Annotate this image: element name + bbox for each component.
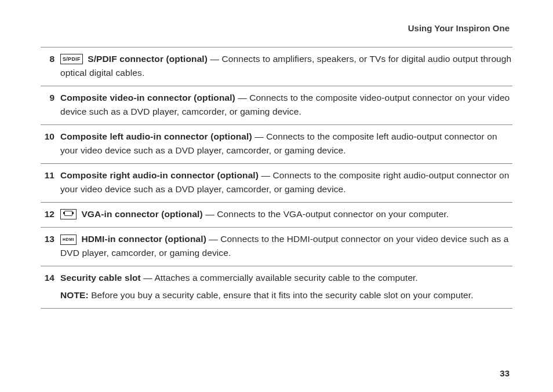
note-text: Before you buy a security cable, ensure … — [89, 290, 474, 300]
item-note: NOTE: Before you buy a security cable, e… — [60, 288, 512, 302]
item-content: Composite left audio-in connector (optio… — [60, 130, 512, 157]
item-content: VGA-in connector (optional) — Connects t… — [60, 207, 512, 221]
item-title: Composite right audio-in connector (opti… — [60, 170, 259, 180]
item-title: VGA-in connector (optional) — [81, 209, 202, 219]
item-content: Composite right audio-in connector (opti… — [60, 168, 512, 196]
page-header: Using Your Inspiron One — [41, 23, 512, 33]
list-item: 8 S/PDIF S/PDIF connector (optional) — C… — [41, 47, 512, 86]
item-number: 13 — [41, 232, 60, 246]
item-number: 14 — [41, 271, 60, 285]
list-item: 10 Composite left audio-in connector (op… — [41, 124, 512, 163]
note-label: NOTE: — [60, 290, 89, 300]
list-item: 12 VGA-in connector (optional) — Connect… — [41, 202, 512, 227]
spdif-icon: S/PDIF — [60, 54, 83, 64]
item-number: 9 — [41, 91, 60, 105]
item-title: Composite left audio-in connector (optio… — [60, 131, 252, 141]
item-title: Composite video-in connector (optional) — [60, 93, 235, 102]
item-description: — Attaches a commercially available secu… — [141, 273, 418, 283]
list-item: 9 Composite video-in connector (optional… — [41, 86, 512, 124]
item-content: S/PDIF S/PDIF connector (optional) — Con… — [60, 52, 512, 80]
hdmi-icon: HDMI — [60, 235, 77, 245]
list-item: 11 Composite right audio-in connector (o… — [41, 163, 512, 202]
item-number: 11 — [41, 168, 60, 182]
item-description: — Connects to the VGA-output connector o… — [203, 209, 449, 219]
item-title: Security cable slot — [60, 273, 141, 283]
item-number: 12 — [41, 207, 60, 221]
item-title: S/PDIF connector (optional) — [88, 54, 208, 64]
item-content: Security cable slot — Attaches a commerc… — [60, 271, 512, 302]
item-content: Composite video-in connector (optional) … — [60, 91, 512, 119]
page-number: 33 — [500, 368, 510, 378]
item-content: HDMI HDMI-in connector (optional) — Conn… — [60, 232, 512, 260]
list-item: 14 Security cable slot — Attaches a comm… — [41, 266, 512, 309]
list-item: 13 HDMI HDMI-in connector (optional) — C… — [41, 227, 512, 266]
item-number: 8 — [41, 52, 60, 66]
item-title: HDMI-in connector (optional) — [81, 234, 206, 244]
connector-list: 8 S/PDIF S/PDIF connector (optional) — C… — [41, 47, 512, 309]
item-number: 10 — [41, 130, 60, 144]
vga-icon — [60, 209, 77, 219]
